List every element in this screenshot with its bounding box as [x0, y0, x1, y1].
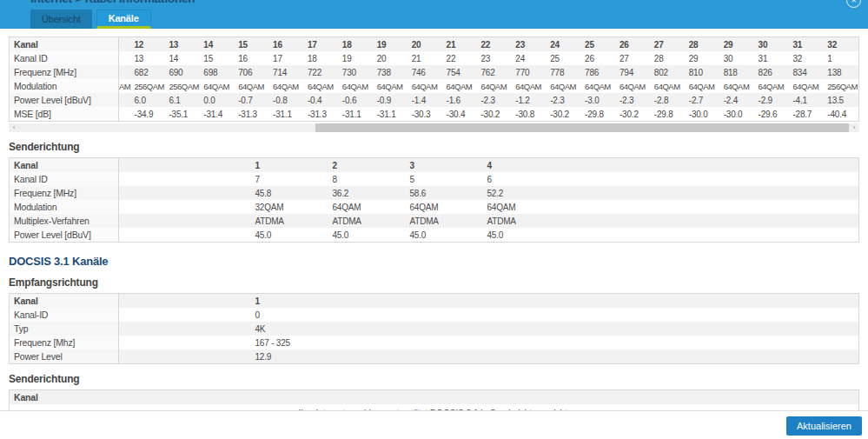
cell: 18 [339, 37, 374, 52]
footer-bar: Aktualisieren [0, 410, 868, 439]
cell: -29.8 [651, 107, 686, 122]
cell: 826 [755, 65, 790, 79]
cell: 698 [200, 65, 235, 79]
cell: -31.3 [304, 107, 339, 122]
cell: 1 [252, 294, 859, 309]
cell: -30.8 [512, 107, 547, 122]
spacer-cell [119, 158, 252, 173]
cell: -4.1 [789, 93, 824, 107]
cell: 682 [131, 65, 166, 79]
spacer-cell [119, 322, 252, 336]
tab-kanaele[interactable]: Kanäle [96, 10, 151, 29]
clipped-cell [119, 37, 131, 52]
spacer-cell [119, 186, 252, 200]
cell: 26 [616, 37, 651, 52]
cell: 810 [686, 65, 720, 79]
cell: 1 [252, 158, 329, 173]
cell: 21 [443, 37, 478, 52]
cell: 64QAM [269, 79, 304, 93]
cell: -30.2 [477, 107, 512, 122]
cell: 13.5 [824, 93, 858, 107]
cell: 770 [512, 65, 547, 79]
table-row: Kanal 1 [10, 294, 859, 309]
cell: 256QAM [165, 79, 200, 93]
cell: 12 [131, 37, 166, 52]
row-label-kanal: Kanal [10, 37, 119, 52]
cell: 1 [824, 51, 858, 65]
close-icon[interactable]: ✕ [846, 0, 861, 8]
refresh-button[interactable]: Aktualisieren [786, 416, 862, 436]
tab-uebersicht-label: Übersicht [42, 14, 81, 24]
cell: 64QAM [484, 200, 859, 214]
docsis31-empfang-table: Kanal 1 Kanal-ID 0 Typ 4K Frequenz [Mhz]… [9, 293, 859, 364]
cell: 12.9 [252, 349, 859, 364]
table-row: Kanal 1234 [10, 158, 859, 173]
scrollbar-thumb[interactable] [315, 123, 854, 132]
cell: 30 [755, 37, 790, 52]
spacer-cell [119, 228, 252, 243]
cell: 64QAM [408, 79, 443, 93]
cell: 3 [407, 158, 484, 173]
cell: 36.2 [329, 186, 407, 200]
tab-uebersicht[interactable]: Übersicht [30, 10, 92, 29]
cell: 64QAM [374, 79, 408, 93]
cell: 64QAM [235, 79, 269, 93]
row-label-kanal-id: Kanal ID [10, 172, 119, 186]
kanal-header: Kanal [10, 390, 859, 405]
cell: 45.0 [329, 228, 407, 243]
row-label-modulation: Modulation [10, 79, 119, 93]
spacer-cell [119, 294, 252, 309]
cell: 64QAM [686, 79, 720, 93]
spacer-cell [119, 308, 252, 322]
cell: 64QAM [720, 79, 755, 93]
cell: 64QAM [755, 79, 790, 93]
cell: 31 [755, 51, 790, 65]
empfangsrichtung-heading: Empfangsrichtung [9, 276, 859, 289]
row-label-power: Power Level [dBuV] [10, 93, 119, 107]
cell: 27 [651, 37, 686, 52]
cell: 5 [407, 172, 484, 186]
cell: -31.1 [374, 107, 408, 122]
cell: -31.3 [235, 107, 269, 122]
table-row: Power Level [dBuV] 6.06.10.0-0.7-0.8-0.4… [10, 93, 859, 107]
cell: 64QAM [443, 79, 478, 93]
cell: 18 [304, 51, 339, 65]
cell: 6.1 [165, 93, 200, 107]
cell: -40.4 [824, 107, 858, 122]
cell: 64QAM [512, 79, 547, 93]
cell: 7 [252, 172, 329, 186]
cell: 2 [329, 158, 407, 173]
cell: -30.2 [616, 107, 651, 122]
cell: 64QAM [304, 79, 339, 93]
page-header: Internet > Kabel Informationen ✕ Übersic… [0, 0, 868, 29]
cell: 786 [581, 65, 616, 79]
cell: -2.3 [477, 93, 512, 107]
cell: 14 [200, 37, 235, 52]
row-label-power: Power Level [10, 349, 119, 364]
scroll-right-icon[interactable]: › [849, 123, 859, 132]
horizontal-scrollbar[interactable]: ‹ › [9, 123, 859, 132]
cell: -30.2 [547, 107, 581, 122]
cell: 58.6 [407, 186, 484, 200]
cell: -34.9 [131, 107, 166, 122]
cell: 4 [484, 158, 859, 173]
cell: 24 [547, 37, 581, 52]
table-row: Frequenz [MHz] 45.836.258.652.2 [10, 186, 859, 200]
cell: 138 [824, 65, 858, 79]
cell: 746 [408, 65, 443, 79]
cell: 64QAM [200, 79, 235, 93]
cell: 23 [512, 37, 547, 52]
cell: 16 [235, 51, 269, 65]
cell: 45.0 [484, 228, 859, 243]
cell: -0.9 [374, 93, 408, 107]
scroll-left-icon[interactable]: ‹ [9, 123, 19, 132]
cell: 29 [720, 37, 755, 52]
cell: 25 [581, 37, 616, 52]
cell: ATDMA [484, 214, 859, 228]
cell: -0.7 [235, 93, 269, 107]
cell: 754 [443, 65, 478, 79]
cell: 738 [374, 65, 408, 79]
cell: 23 [477, 51, 512, 65]
cell: -31.4 [200, 107, 235, 122]
clipped-modulation-fragment: AM [119, 79, 131, 93]
